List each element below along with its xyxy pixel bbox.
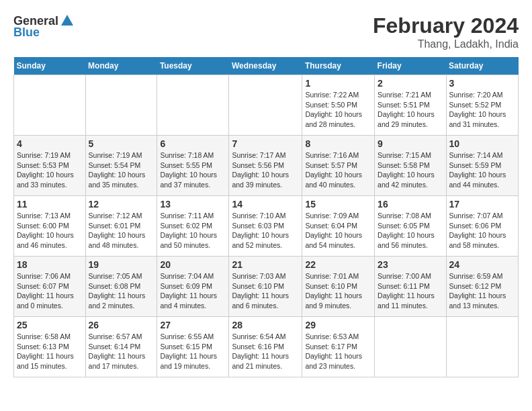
day-number: 8	[305, 138, 371, 149]
calendar-cell: 12Sunrise: 7:12 AM Sunset: 6:01 PM Dayli…	[85, 196, 157, 257]
calendar-cell: 11Sunrise: 7:13 AM Sunset: 6:00 PM Dayli…	[14, 196, 86, 257]
day-info: Sunrise: 7:08 AM Sunset: 6:05 PM Dayligh…	[378, 211, 443, 250]
calendar-cell: 22Sunrise: 7:01 AM Sunset: 6:10 PM Dayli…	[302, 257, 375, 317]
day-number: 3	[449, 78, 515, 89]
day-info: Sunrise: 7:21 AM Sunset: 5:51 PM Dayligh…	[378, 90, 443, 130]
day-number: 27	[160, 320, 226, 330]
calendar-cell: 1Sunrise: 7:22 AM Sunset: 5:50 PM Daylig…	[302, 75, 375, 136]
day-info: Sunrise: 6:55 AM Sunset: 6:15 PM Dayligh…	[160, 332, 226, 371]
day-info: Sunrise: 6:59 AM Sunset: 6:12 PM Dayligh…	[449, 271, 515, 311]
day-info: Sunrise: 7:00 AM Sunset: 6:11 PM Dayligh…	[378, 271, 443, 311]
day-number: 21	[232, 259, 299, 270]
month-year-title: February 2024	[373, 13, 519, 38]
day-number: 12	[89, 199, 154, 210]
day-info: Sunrise: 7:03 AM Sunset: 6:10 PM Dayligh…	[232, 271, 299, 311]
weekday-header-monday: Monday	[85, 57, 157, 75]
calendar-cell: 25Sunrise: 6:58 AM Sunset: 6:13 PM Dayli…	[14, 317, 86, 377]
day-info: Sunrise: 6:54 AM Sunset: 6:16 PM Dayligh…	[232, 332, 299, 371]
day-number: 19	[89, 259, 154, 270]
calendar-cell: 16Sunrise: 7:08 AM Sunset: 6:05 PM Dayli…	[375, 196, 446, 257]
page-header: General Blue February 2024 Thang, Ladakh…	[13, 13, 519, 50]
day-info: Sunrise: 7:05 AM Sunset: 6:08 PM Dayligh…	[89, 271, 154, 311]
calendar-cell: 24Sunrise: 6:59 AM Sunset: 6:12 PM Dayli…	[446, 257, 518, 317]
day-number: 17	[449, 199, 515, 210]
location-subtitle: Thang, Ladakh, India	[373, 38, 519, 50]
day-number: 10	[449, 138, 515, 149]
day-info: Sunrise: 7:04 AM Sunset: 6:09 PM Dayligh…	[160, 271, 226, 311]
weekday-header-thursday: Thursday	[302, 57, 375, 75]
day-number: 16	[378, 199, 443, 210]
day-info: Sunrise: 7:13 AM Sunset: 6:00 PM Dayligh…	[17, 211, 83, 250]
calendar-cell: 6Sunrise: 7:18 AM Sunset: 5:55 PM Daylig…	[157, 136, 229, 196]
logo-blue-text: Blue	[13, 26, 40, 40]
day-info: Sunrise: 7:01 AM Sunset: 6:10 PM Dayligh…	[305, 271, 371, 311]
day-info: Sunrise: 7:06 AM Sunset: 6:07 PM Dayligh…	[17, 271, 83, 311]
day-number: 2	[378, 78, 443, 89]
day-number: 24	[449, 259, 515, 270]
day-info: Sunrise: 7:19 AM Sunset: 5:53 PM Dayligh…	[17, 150, 83, 190]
day-number: 23	[378, 259, 443, 270]
logo-icon	[60, 13, 75, 28]
calendar-week-row: 18Sunrise: 7:06 AM Sunset: 6:07 PM Dayli…	[14, 257, 519, 317]
calendar-cell	[375, 317, 446, 377]
calendar-cell: 19Sunrise: 7:05 AM Sunset: 6:08 PM Dayli…	[85, 257, 157, 317]
day-info: Sunrise: 7:17 AM Sunset: 5:56 PM Dayligh…	[232, 150, 299, 190]
calendar-cell: 10Sunrise: 7:14 AM Sunset: 5:59 PM Dayli…	[446, 136, 518, 196]
day-info: Sunrise: 7:20 AM Sunset: 5:52 PM Dayligh…	[449, 90, 515, 130]
calendar-cell: 27Sunrise: 6:55 AM Sunset: 6:15 PM Dayli…	[157, 317, 229, 377]
day-number: 14	[232, 199, 299, 210]
title-area: February 2024 Thang, Ladakh, India	[373, 13, 519, 50]
calendar-cell: 13Sunrise: 7:11 AM Sunset: 6:02 PM Dayli…	[157, 196, 229, 257]
calendar-week-row: 11Sunrise: 7:13 AM Sunset: 6:00 PM Dayli…	[14, 196, 519, 257]
day-number: 1	[305, 78, 371, 89]
calendar-cell: 23Sunrise: 7:00 AM Sunset: 6:11 PM Dayli…	[375, 257, 446, 317]
day-info: Sunrise: 7:18 AM Sunset: 5:55 PM Dayligh…	[160, 150, 226, 190]
day-info: Sunrise: 6:53 AM Sunset: 6:17 PM Dayligh…	[305, 332, 371, 371]
calendar-cell: 8Sunrise: 7:16 AM Sunset: 5:57 PM Daylig…	[302, 136, 375, 196]
day-info: Sunrise: 6:57 AM Sunset: 6:14 PM Dayligh…	[89, 332, 154, 371]
day-info: Sunrise: 7:09 AM Sunset: 6:04 PM Dayligh…	[305, 211, 371, 250]
calendar-cell: 28Sunrise: 6:54 AM Sunset: 6:16 PM Dayli…	[229, 317, 302, 377]
day-number: 29	[305, 320, 371, 330]
day-info: Sunrise: 6:58 AM Sunset: 6:13 PM Dayligh…	[17, 332, 83, 371]
day-info: Sunrise: 7:10 AM Sunset: 6:03 PM Dayligh…	[232, 211, 299, 250]
calendar-cell: 9Sunrise: 7:15 AM Sunset: 5:58 PM Daylig…	[375, 136, 446, 196]
calendar-week-row: 25Sunrise: 6:58 AM Sunset: 6:13 PM Dayli…	[14, 317, 519, 377]
calendar-cell	[85, 75, 157, 136]
calendar-cell	[446, 317, 518, 377]
day-number: 15	[305, 199, 371, 210]
day-info: Sunrise: 7:19 AM Sunset: 5:54 PM Dayligh…	[89, 150, 154, 190]
calendar-cell: 4Sunrise: 7:19 AM Sunset: 5:53 PM Daylig…	[14, 136, 86, 196]
weekday-header-friday: Friday	[375, 57, 446, 75]
weekday-header-row: SundayMondayTuesdayWednesdayThursdayFrid…	[14, 57, 519, 75]
day-number: 5	[89, 138, 154, 149]
calendar-cell	[14, 75, 86, 136]
calendar-week-row: 4Sunrise: 7:19 AM Sunset: 5:53 PM Daylig…	[14, 136, 519, 196]
calendar-cell	[229, 75, 302, 136]
calendar-cell: 20Sunrise: 7:04 AM Sunset: 6:09 PM Dayli…	[157, 257, 229, 317]
calendar-cell: 26Sunrise: 6:57 AM Sunset: 6:14 PM Dayli…	[85, 317, 157, 377]
day-number: 4	[17, 138, 83, 149]
day-number: 20	[160, 259, 226, 270]
calendar-cell: 15Sunrise: 7:09 AM Sunset: 6:04 PM Dayli…	[302, 196, 375, 257]
day-info: Sunrise: 7:22 AM Sunset: 5:50 PM Dayligh…	[305, 90, 371, 130]
day-info: Sunrise: 7:07 AM Sunset: 6:06 PM Dayligh…	[449, 211, 515, 250]
svg-marker-0	[61, 15, 73, 26]
day-number: 6	[160, 138, 226, 149]
calendar-week-row: 1Sunrise: 7:22 AM Sunset: 5:50 PM Daylig…	[14, 75, 519, 136]
day-info: Sunrise: 7:16 AM Sunset: 5:57 PM Dayligh…	[305, 150, 371, 190]
calendar-cell: 29Sunrise: 6:53 AM Sunset: 6:17 PM Dayli…	[302, 317, 375, 377]
weekday-header-saturday: Saturday	[446, 57, 518, 75]
day-number: 18	[17, 259, 83, 270]
day-info: Sunrise: 7:12 AM Sunset: 6:01 PM Dayligh…	[89, 211, 154, 250]
calendar-cell: 7Sunrise: 7:17 AM Sunset: 5:56 PM Daylig…	[229, 136, 302, 196]
day-number: 22	[305, 259, 371, 270]
day-number: 28	[232, 320, 299, 330]
day-info: Sunrise: 7:11 AM Sunset: 6:02 PM Dayligh…	[160, 211, 226, 250]
day-info: Sunrise: 7:14 AM Sunset: 5:59 PM Dayligh…	[449, 150, 515, 190]
day-number: 25	[17, 320, 83, 330]
day-number: 11	[17, 199, 83, 210]
day-number: 7	[232, 138, 299, 149]
calendar-cell: 5Sunrise: 7:19 AM Sunset: 5:54 PM Daylig…	[85, 136, 157, 196]
day-number: 13	[160, 199, 226, 210]
